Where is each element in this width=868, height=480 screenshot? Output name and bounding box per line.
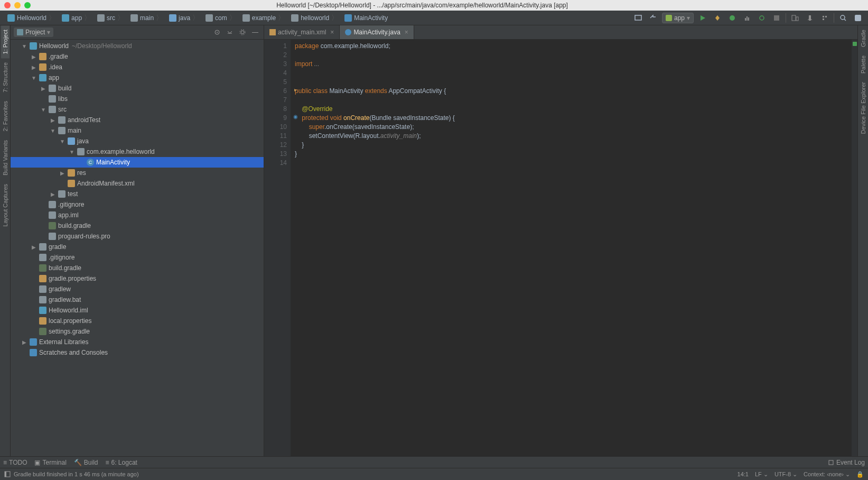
tree-row[interactable]: ▶.idea [11, 62, 264, 72]
sync-icon[interactable] [647, 12, 659, 24]
tree-row[interactable]: .gitignore [11, 199, 264, 210]
tree-row[interactable]: settings.gradle [11, 326, 264, 337]
bottom-tool-tab[interactable]: ▣Terminal [34, 459, 66, 466]
bottom-tool-tab[interactable]: ≡6: Logcat [106, 459, 137, 466]
breadcrumb-item[interactable]: helloworld [288, 13, 341, 23]
code-editor[interactable]: 1234567891011121314 ▸◉ package com.examp… [264, 40, 857, 456]
line-separator[interactable]: LF ⌄ [755, 471, 768, 478]
tree-row[interactable]: ▼Helloworld~/Desktop/Helloworld [11, 41, 264, 51]
hide-sidebar-button[interactable]: — [250, 27, 260, 38]
breadcrumb-item[interactable]: main [127, 13, 166, 23]
rail-tab[interactable]: 1: Project [1, 25, 10, 58]
tree-row[interactable]: ▶.gradle [11, 51, 264, 62]
lock-icon[interactable]: 🔒 [856, 471, 864, 478]
tree-row[interactable]: ▼src [11, 104, 264, 115]
window-layout-icon[interactable] [4, 471, 11, 477]
debug-button[interactable] [726, 12, 738, 24]
bottom-tool-tab[interactable]: ≡TODO [3, 459, 27, 466]
tree-row[interactable]: ▶test [11, 189, 264, 199]
sidebar-view-selector[interactable]: Project ▾ [14, 27, 53, 37]
sidebar-title-label: Project [25, 29, 45, 36]
tree-row[interactable]: .gitignore [11, 252, 264, 263]
cast-icon[interactable] [632, 12, 644, 24]
tree-row[interactable]: gradle.properties [11, 273, 264, 284]
tree-row[interactable]: ▶androidTest [11, 115, 264, 125]
status-bar: Gradle build finished in 1 s 46 ms (a mi… [0, 468, 868, 480]
search-everywhere-button[interactable] [837, 12, 849, 24]
sdk-manager-button[interactable] [804, 12, 816, 24]
tree-row[interactable]: proguard-rules.pro [11, 231, 264, 242]
editor-marker-rail[interactable] [851, 40, 857, 456]
stop-button[interactable] [771, 12, 782, 24]
rail-tab[interactable]: Build Variants [1, 136, 10, 180]
run-config-selector[interactable]: app ▾ [662, 13, 694, 23]
attach-debugger-button[interactable] [756, 12, 768, 24]
tree-row[interactable]: Scratches and Consoles [11, 347, 264, 358]
bottom-tool-tab[interactable]: 🔨Build [74, 459, 98, 466]
left-tool-rail: 1: Project7: Structure2: FavoritesBuild … [0, 25, 11, 456]
editor-tab[interactable]: activity_main.xml× [264, 25, 340, 39]
breadcrumb-item[interactable]: MainActivity [341, 14, 393, 22]
tree-row[interactable]: AndroidManifest.xml [11, 178, 264, 189]
file-encoding[interactable]: UTF-8 ⌄ [774, 471, 797, 478]
tree-row[interactable]: Helloworld.iml [11, 305, 264, 316]
tree-row[interactable]: libs [11, 94, 264, 104]
cursor-position[interactable]: 14:1 [738, 471, 749, 478]
avd-manager-button[interactable] [789, 12, 801, 24]
tree-row[interactable]: build.gradle [11, 263, 264, 273]
macos-titlebar: Helloworld [~/Desktop/Helloworld] - .../… [0, 0, 868, 11]
locate-button[interactable] [212, 27, 222, 38]
rail-tab[interactable]: Layout Captures [1, 180, 10, 231]
project-tree[interactable]: ▼Helloworld~/Desktop/Helloworld▶.gradle▶… [11, 40, 264, 456]
tree-row[interactable]: ▶res [11, 168, 264, 178]
structure-button[interactable] [819, 12, 830, 24]
editor-tab[interactable]: MainActivity.java× [340, 25, 414, 39]
breadcrumb-item[interactable]: app [59, 13, 94, 23]
editor-area: activity_main.xml×MainActivity.java× 123… [264, 25, 857, 456]
rail-tab[interactable]: Gradle [859, 25, 867, 51]
settings-button[interactable] [852, 12, 864, 24]
tree-row[interactable]: ▼java [11, 136, 264, 146]
breadcrumb-item[interactable]: Helloworld [4, 13, 59, 23]
svg-rect-23 [5, 472, 6, 477]
tree-row[interactable]: CMainActivity [11, 157, 264, 168]
svg-rect-0 [635, 15, 641, 20]
zoom-window-button[interactable] [24, 2, 31, 8]
close-tab-icon[interactable]: × [405, 29, 408, 36]
svg-rect-8 [792, 15, 796, 21]
breadcrumb-item[interactable]: java [166, 13, 202, 23]
svg-rect-16 [17, 29, 23, 35]
run-button[interactable] [697, 12, 708, 24]
breadcrumb-item[interactable]: com [202, 13, 239, 23]
breadcrumb-item[interactable]: example [239, 13, 288, 23]
close-window-button[interactable] [4, 2, 11, 8]
rail-tab[interactable]: 7: Structure [1, 58, 10, 97]
tree-row[interactable]: build.gradle [11, 220, 264, 231]
tree-row[interactable]: ▶External Libraries [11, 337, 264, 347]
tree-row[interactable]: local.properties [11, 316, 264, 326]
rail-tab[interactable]: 2: Favorites [1, 97, 10, 135]
rail-tab[interactable]: Palette [859, 51, 867, 78]
tree-row[interactable]: ▼app [11, 72, 264, 83]
svg-rect-11 [823, 16, 824, 17]
context-selector[interactable]: Context: ‹none› ⌄ [804, 471, 850, 478]
tree-row[interactable]: gradlew.bat [11, 294, 264, 305]
tree-row[interactable]: app.iml [11, 210, 264, 220]
collapse-all-button[interactable] [225, 27, 235, 38]
rail-tab[interactable]: Device File Explorer [859, 78, 867, 138]
tree-row[interactable]: ▶build [11, 83, 264, 94]
profile-button[interactable] [741, 12, 753, 24]
svg-point-6 [760, 16, 764, 20]
code-content[interactable]: package com.example.helloworld; import .… [291, 40, 851, 456]
tree-row[interactable]: ▶gradle [11, 242, 264, 252]
tree-row[interactable]: ▼com.example.helloworld [11, 146, 264, 157]
breadcrumb-item[interactable]: src [94, 13, 127, 23]
apply-changes-button[interactable] [712, 12, 723, 24]
close-tab-icon[interactable]: × [330, 29, 334, 36]
minimize-window-button[interactable] [14, 2, 21, 8]
tree-row[interactable]: ▼main [11, 125, 264, 136]
tree-row[interactable]: gradlew [11, 284, 264, 294]
event-log-button[interactable]: Event Log [828, 459, 865, 466]
line-gutter[interactable]: 1234567891011121314 [264, 40, 291, 456]
gear-icon[interactable] [237, 27, 248, 38]
